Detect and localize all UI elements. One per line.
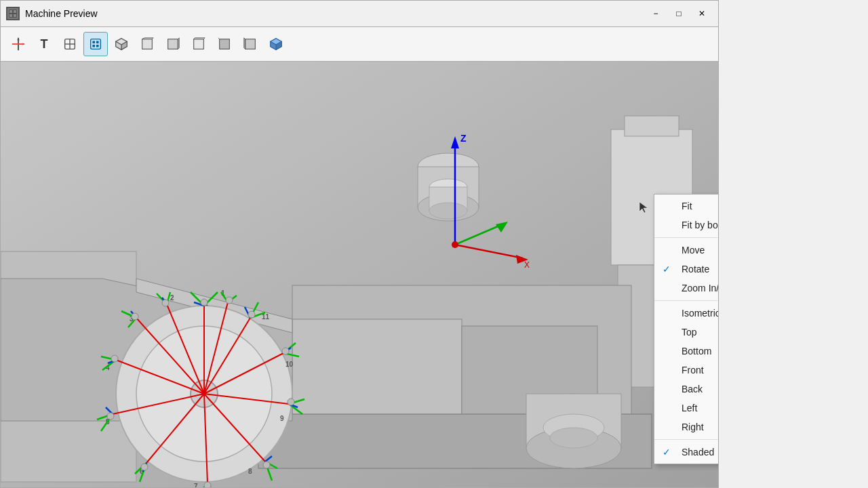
svg-text:2: 2 (170, 294, 174, 302)
title-bar: Machine Preview − □ ✕ (0, 0, 719, 27)
menu-item-fit-by-box[interactable]: Fit by box (654, 216, 719, 235)
menu-item-isometric[interactable]: Isometric (654, 304, 719, 323)
svg-point-135 (204, 482, 211, 487)
svg-point-138 (111, 355, 118, 362)
text-icon: T (41, 37, 48, 52)
restore-button[interactable]: □ (668, 5, 690, 22)
menu-item-left[interactable]: Left (654, 399, 719, 418)
svg-point-134 (263, 462, 270, 468)
shaded-label: Shaded (682, 447, 714, 458)
menu-item-bottom[interactable]: Bottom (654, 342, 719, 361)
svg-rect-16 (96, 45, 99, 47)
menu-item-back[interactable]: Back (654, 380, 719, 399)
svg-rect-45 (625, 116, 679, 136)
isometric-label: Isometric (682, 308, 719, 319)
svg-point-130 (201, 299, 208, 306)
cube-3d-icon (269, 37, 283, 52)
machine-scene: Z X 12 11 10 9 8 7 6 5 4 3 2 1 (1, 62, 718, 487)
svg-rect-48 (292, 319, 462, 421)
svg-point-140 (162, 300, 169, 306)
cube-iso-icon (114, 37, 129, 52)
minimize-button[interactable]: − (645, 5, 667, 22)
back-label: Back (682, 384, 703, 394)
home-icon (11, 37, 26, 52)
menu-item-top[interactable]: Top (654, 323, 719, 342)
svg-point-68 (452, 241, 458, 248)
svg-rect-29 (220, 39, 230, 49)
svg-point-139 (132, 313, 138, 320)
svg-text:Z: Z (460, 133, 467, 144)
svg-rect-31 (245, 39, 256, 49)
context-menu: Fit Fit by box Move ✓ Rotate Zoom In/Out… (654, 194, 719, 464)
svg-rect-15 (92, 45, 95, 47)
menu-item-right[interactable]: Right (654, 418, 719, 436)
home-btn[interactable] (6, 32, 31, 56)
svg-rect-13 (92, 41, 95, 43)
svg-rect-21 (142, 39, 153, 49)
window-icon (6, 7, 20, 20)
svg-point-131 (248, 311, 255, 318)
view-iso-btn[interactable] (109, 32, 134, 56)
fit-by-box-label: Fit by box (682, 220, 719, 230)
rotate-check: ✓ (663, 264, 671, 274)
svg-line-30 (218, 38, 220, 39)
svg-text:7: 7 (194, 483, 198, 487)
svg-marker-32 (244, 38, 245, 49)
cube-back-icon (217, 37, 232, 52)
right-label: Right (682, 422, 704, 432)
toolbar: T (0, 27, 719, 61)
tool1-icon (62, 37, 77, 52)
cube-front-icon (140, 37, 155, 52)
svg-point-132 (282, 348, 289, 354)
shaded-check: ✓ (663, 447, 671, 458)
tool1-btn[interactable] (58, 32, 82, 56)
svg-rect-27 (194, 39, 204, 49)
view-top-btn[interactable] (186, 32, 211, 56)
cube-right-icon (165, 37, 180, 52)
svg-rect-12 (91, 39, 101, 49)
svg-text:10: 10 (285, 361, 294, 368)
tool2-icon (88, 37, 103, 52)
separator-3 (654, 439, 719, 440)
rotate-label: Rotate (682, 264, 709, 274)
close-button[interactable]: ✕ (691, 5, 713, 22)
view-front-btn[interactable] (135, 32, 159, 56)
view-3d-btn[interactable] (264, 32, 288, 56)
svg-marker-28 (194, 38, 205, 39)
svg-point-137 (107, 413, 114, 420)
menu-item-front[interactable]: Front (654, 361, 719, 380)
text-btn[interactable]: T (32, 32, 56, 56)
svg-rect-14 (96, 41, 99, 43)
menu-item-move[interactable]: Move (654, 241, 719, 260)
menu-item-rotate[interactable]: ✓ Rotate (654, 260, 719, 279)
svg-point-141 (226, 297, 233, 304)
svg-rect-3 (9, 14, 12, 17)
view-left-btn[interactable] (238, 32, 262, 56)
cube-left-icon (243, 37, 258, 52)
top-label: Top (682, 327, 697, 338)
window-title: Machine Preview (25, 8, 645, 19)
svg-point-59 (550, 428, 597, 448)
svg-text:11: 11 (262, 313, 270, 321)
svg-rect-1 (9, 10, 12, 13)
svg-point-133 (288, 399, 294, 405)
fit-label: Fit (682, 201, 692, 211)
separator-2 (654, 300, 719, 301)
cube-top-icon (191, 37, 206, 52)
view-right-btn[interactable] (161, 32, 185, 56)
bottom-label: Bottom (682, 346, 711, 357)
svg-rect-2 (14, 10, 16, 13)
svg-text:8: 8 (248, 468, 252, 475)
svg-point-43 (429, 203, 467, 219)
menu-item-shaded[interactable]: ✓ Shaded (654, 443, 719, 462)
svg-marker-26 (178, 38, 179, 49)
menu-item-zoom[interactable]: Zoom In/Out (654, 279, 719, 298)
left-label: Left (682, 403, 697, 413)
viewport[interactable]: Z X 12 11 10 9 8 7 6 5 4 3 2 1 (0, 61, 719, 488)
view-back-btn[interactable] (212, 32, 237, 56)
move-label: Move (682, 245, 705, 256)
svg-rect-25 (168, 39, 178, 49)
svg-point-136 (141, 464, 148, 470)
tool2-btn[interactable] (83, 32, 108, 56)
menu-item-fit[interactable]: Fit (654, 197, 719, 216)
